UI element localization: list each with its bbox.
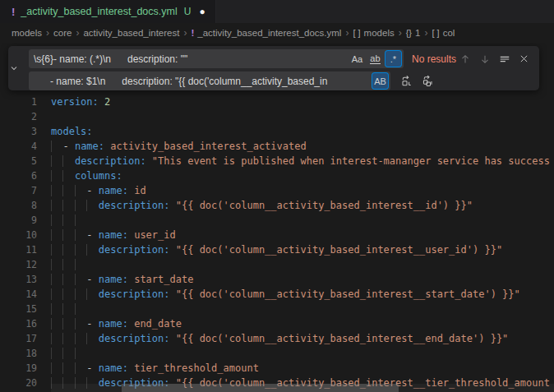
code-line-content[interactable]: - name: activity_based_interest_activate… [51, 139, 307, 154]
results-count: No results [412, 53, 456, 65]
breadcrumb-separator: › [345, 27, 349, 39]
code-line: 6 columns: [0, 168, 554, 183]
replace-input[interactable] [29, 76, 372, 87]
code-line: 8 description: "{{ doc('column__activity… [0, 198, 554, 213]
code-line: 15 [0, 302, 554, 316]
chevron-down-icon [9, 63, 19, 73]
code-line: 16 - name: end_date [0, 316, 554, 331]
line-number: 14 [0, 287, 37, 302]
replace-button[interactable] [398, 72, 415, 90]
code-line-content[interactable] [51, 302, 86, 316]
breadcrumb-separator: › [399, 27, 402, 39]
breadcrumb-separator: › [424, 27, 427, 39]
match-case-button[interactable]: Aa [349, 51, 365, 67]
code-line: 2 [0, 109, 554, 124]
breadcrumb-separator: › [76, 27, 79, 39]
line-number: 18 [0, 346, 37, 361]
find-previous-button[interactable] [456, 50, 473, 67]
code-line-content[interactable]: - name: end_date [51, 316, 182, 331]
line-number: 17 [0, 331, 37, 346]
code-line: 7 - name: id [0, 183, 554, 198]
line-number: 20 [0, 376, 37, 390]
code-line: 12 [0, 257, 554, 272]
replace-all-icon [422, 75, 434, 87]
array-symbol-icon: [ ] [432, 28, 439, 38]
line-number: 11 [0, 242, 37, 257]
code-area: 1version: 223models:4 - name: activity_b… [0, 95, 554, 390]
breadcrumb-label: activity_based_interest [83, 28, 179, 38]
line-number: 12 [0, 257, 37, 272]
breadcrumb-item-models[interactable]: models [12, 28, 42, 38]
object-symbol-icon: {} [406, 28, 412, 38]
find-in-selection-button[interactable] [496, 50, 513, 67]
tab-activity-based-interest-docs[interactable]: ! _activity_based_interest_docs.yml U ● [0, 0, 216, 23]
breadcrumb-label: col [443, 28, 455, 38]
code-line: 4 - name: activity_based_interest_activa… [0, 139, 554, 154]
code-line-content[interactable]: version: 2 [51, 95, 110, 109]
line-number: 3 [0, 124, 37, 139]
code-line-content[interactable] [51, 213, 86, 228]
replace-all-button[interactable] [419, 72, 436, 90]
code-line-content[interactable]: description: "{{ doc('column__activity_b… [51, 242, 502, 257]
toggle-replace-button[interactable] [8, 46, 21, 90]
line-number: 2 [0, 109, 37, 124]
regex-button[interactable]: .* [385, 51, 401, 67]
close-find-widget-button[interactable] [515, 50, 533, 67]
find-replace-widget: Aa ab .* No results [8, 46, 539, 90]
breadcrumb-item-1[interactable]: {}1 [406, 28, 421, 38]
code-line-content[interactable]: - name: id [51, 183, 146, 198]
arrow-up-icon [459, 53, 471, 65]
breadcrumb-label: models [12, 28, 42, 38]
arrow-down-icon [479, 53, 491, 65]
code-line-content[interactable]: - name: start_date [51, 272, 193, 287]
code-line: 5 description: "This event is published … [0, 154, 554, 168]
code-line-content[interactable]: description: "{{ doc('column__activity_b… [51, 198, 473, 213]
selection-lines-icon [499, 53, 510, 65]
code-line: 9 [0, 213, 554, 228]
code-line-content[interactable]: description: "This event is published wh… [51, 154, 550, 168]
code-line: 17 description: "{{ doc('column__activit… [0, 331, 554, 346]
replace-icon [400, 75, 413, 87]
breadcrumb-item-models[interactable]: [ ]models [353, 28, 394, 38]
close-icon [519, 53, 529, 64]
code-line-content[interactable]: columns: [51, 168, 122, 183]
code-line: 11 description: "{{ doc('column__activit… [0, 242, 554, 257]
breadcrumb-label: core [53, 28, 72, 38]
whole-word-button[interactable]: ab [367, 51, 383, 67]
breadcrumb-label: 1 [415, 28, 420, 38]
yaml-file-icon: ! [191, 28, 194, 38]
line-number: 10 [0, 228, 37, 242]
breadcrumb-item-_activity_based_interest_docs-yml[interactable]: !_activity_based_interest_docs.yml [191, 28, 341, 38]
breadcrumb: models›core›activity_based_interest›!_ac… [0, 23, 554, 43]
find-input-box: Aa ab .* [29, 49, 404, 68]
code-line: 1version: 2 [0, 95, 554, 109]
code-line-content[interactable]: - name: user_id [51, 228, 176, 242]
find-next-button[interactable] [476, 50, 493, 67]
line-number: 6 [0, 168, 37, 183]
dirty-indicator[interactable]: ● [199, 6, 205, 17]
breadcrumb-item-core[interactable]: core [53, 28, 72, 38]
line-number: 7 [0, 183, 37, 198]
breadcrumb-label: _activity_based_interest_docs.yml [197, 28, 341, 38]
find-input[interactable] [29, 53, 349, 65]
line-number: 5 [0, 154, 37, 168]
line-number: 15 [0, 302, 37, 316]
code-line-content[interactable]: - name: tier_threshold_amount [51, 361, 259, 376]
line-number: 1 [0, 95, 37, 109]
breadcrumb-item-col[interactable]: [ ]col [432, 28, 455, 38]
code-line: 18 [0, 346, 554, 361]
horizontal-scrollbar-track[interactable] [51, 384, 554, 392]
code-line-content[interactable] [51, 346, 86, 361]
code-line-content[interactable]: description: "{{ doc('column__activity_b… [51, 331, 508, 346]
code-line-content[interactable]: models: [51, 124, 93, 139]
code-line: 13 - name: start_date [0, 272, 554, 287]
preserve-case-button[interactable]: AB [372, 73, 388, 89]
line-number: 19 [0, 361, 37, 376]
horizontal-scrollbar[interactable] [122, 384, 399, 392]
breadcrumb-item-activity_based_interest[interactable]: activity_based_interest [83, 28, 179, 38]
code-line: 10 - name: user_id [0, 228, 554, 242]
code-line-content[interactable] [51, 257, 86, 272]
code-line-content[interactable]: description: "{{ doc('column__activity_b… [51, 287, 520, 302]
line-number: 8 [0, 198, 37, 213]
array-symbol-icon: [ ] [353, 28, 360, 38]
